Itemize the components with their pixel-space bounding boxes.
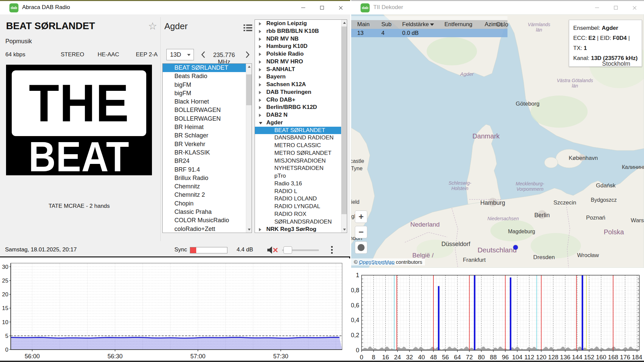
chevron-collapsed-icon[interactable] [259,106,261,109]
tree-ensemble-item[interactable]: rbb BRB/BLN K10B [255,27,347,35]
tree-ensemble-item[interactable]: NDR MV NB [255,35,347,43]
tree-service-item[interactable]: METRO CLASSIC [255,142,347,149]
station-list-item[interactable]: BR-KLASSIK [163,148,252,157]
tree-service-item[interactable]: RADIO LOLAND [255,195,347,203]
chevron-collapsed-icon[interactable] [259,228,261,231]
openstreetmap-link[interactable]: OpenStreetMap [359,259,394,265]
station-list-item[interactable]: BOLLERWAGEN [163,115,252,123]
tree-service-item[interactable]: pTro [255,172,347,180]
overflow-menu-button[interactable] [330,246,333,254]
svg-text:0: 0 [5,347,8,353]
chevron-collapsed-icon[interactable] [259,30,261,33]
maximize-button[interactable] [313,1,331,14]
tree-ensemble-item[interactable]: Sachsen K12A [255,81,347,88]
station-list-item[interactable]: Chemnitz [163,182,252,191]
map-zoom-out-button[interactable]: − [355,226,367,238]
volume-slider[interactable] [282,246,319,254]
tii-column-header[interactable]: Entfernung [438,20,479,29]
station-list-item[interactable]: Chemnitz 2 [163,191,252,199]
map-locate-button[interactable] [355,241,367,254]
chevron-collapsed-icon[interactable] [259,38,261,41]
station-list-item[interactable]: BEAT SØRLANDET [163,64,252,72]
tii-column-header[interactable]: Sub [375,20,396,29]
tree-service-item[interactable]: RADIO L [255,188,347,195]
tree-ensemble-item[interactable]: Region Leipzig [255,20,347,27]
station-list-item[interactable]: Chopin [163,199,252,208]
map-canvas[interactable]: MainSubFeldstärkeEntfernungAzimut 1340.0… [351,14,644,268]
chevron-collapsed-icon[interactable] [259,75,261,79]
tree-ensemble-item[interactable]: Agder [255,119,347,127]
station-list-item[interactable]: Brillux Radio [163,174,252,182]
close-button[interactable] [331,1,350,14]
tree-service-item[interactable]: SØRLANDSRADIOEN [255,218,347,226]
next-channel-button[interactable] [245,51,250,59]
scrollbar-thumb[interactable] [246,74,252,105]
tree-ensemble-item[interactable]: S-ANHALT [255,66,347,73]
station-list-item[interactable]: Classic Praha [163,208,252,216]
station-list-item[interactable]: bigFM [163,89,252,98]
tree-ensemble-item[interactable]: NRK Reg3 SørRog [255,226,347,233]
tree-ensemble-item[interactable]: CRo DAB+ [255,96,347,104]
chevron-collapsed-icon[interactable] [259,60,261,64]
map-label: ffield [351,199,360,205]
tree-ensemble-item[interactable]: NDR MV HRO [255,58,347,66]
station-list-item[interactable]: COLOR MusicRadio [163,216,252,225]
chevron-collapsed-icon[interactable] [259,68,261,71]
channel-dropdown[interactable]: 13D [166,49,194,60]
chevron-collapsed-icon[interactable] [259,22,261,25]
chevron-collapsed-icon[interactable] [259,83,261,86]
station-list-item[interactable]: BR Heimat [163,123,252,131]
chevron-collapsed-icon[interactable] [259,53,261,56]
maximize-button[interactable] [606,1,625,14]
close-button[interactable] [625,1,644,14]
chevron-collapsed-icon[interactable] [259,45,261,48]
tii-table-row[interactable]: 1340.0 dB [351,29,507,37]
tii-column-header[interactable]: Main [351,20,375,29]
station-list-item[interactable]: BRF 91.4 [163,166,252,174]
favorite-star-icon[interactable] [147,20,158,32]
tree-service-item[interactable]: RADIO LYNGDAL [255,203,347,210]
tree-ensemble-item[interactable]: Bayern [255,73,347,81]
station-list-item[interactable]: BR Verkehr [163,140,252,148]
tree-ensemble-item[interactable]: Berlin/BRBG K12D [255,104,347,111]
minimize-button[interactable] [294,1,313,14]
chevron-expanded-icon[interactable] [259,122,262,124]
minimize-button[interactable] [588,1,606,14]
chevron-collapsed-icon[interactable] [259,91,261,94]
station-list-item[interactable]: coloRadio+Zett [163,225,252,233]
list-view-icon[interactable] [244,24,252,32]
tree-service-item[interactable]: NYHETSRADIOEN [255,165,347,172]
tree-service-item[interactable]: MISJONSRADIOEN [255,157,347,165]
tree-service-item[interactable]: BEAT SØRLANDET [255,127,347,134]
map-zoom-in-button[interactable]: + [355,210,367,223]
tii-titlebar[interactable]: dab TII Dekoder [351,1,644,14]
chevron-collapsed-icon[interactable] [259,99,261,102]
tii-column-header[interactable]: Feldstärke [396,20,438,29]
radio-titlebar[interactable]: dab Abraca DAB Radio [0,1,350,14]
tree-scrollbar[interactable] [341,20,347,233]
tree-service-item[interactable]: DANSBAND RADIOEN [255,134,347,142]
tree-ensemble-item[interactable]: Hamburg K10D [255,43,347,50]
tree-ensemble-item[interactable]: DAB Thueringen [255,88,347,96]
tree-service-item[interactable]: METRO SØRLANDET [255,149,347,157]
chevron-collapsed-icon[interactable] [259,114,261,117]
volume-handle[interactable] [283,246,292,254]
station-list-item[interactable]: bigFM [163,81,252,89]
station-list-item[interactable]: BOLLERWAGEN [163,106,252,114]
prev-channel-button[interactable] [201,51,206,59]
station-list-scrollbar[interactable] [246,64,252,233]
station-list-item[interactable]: BR24 [163,157,252,165]
map-label: wcastle [351,158,364,164]
tree-service-item[interactable]: Radio 3,16 [255,180,347,188]
tree-service-item[interactable]: RADIO ROX [255,210,347,218]
tree-ensemble-item[interactable]: DAB2 N [255,111,347,119]
mute-speaker-icon[interactable] [267,246,279,254]
tii-table-cell: 4 [375,29,396,37]
station-list-item[interactable]: Black Hornet [163,98,252,106]
scrollbar-thumb[interactable] [341,26,347,214]
station-list-item[interactable]: BR Schlager [163,131,252,140]
tree-ensemble-item[interactable]: Polskie Radio [255,50,347,58]
station-list-item[interactable]: Beats Radio [163,72,252,80]
map-label: Värmlandslän [528,22,550,33]
tii-table-header[interactable]: MainSubFeldstärkeEntfernungAzimut [351,20,507,29]
